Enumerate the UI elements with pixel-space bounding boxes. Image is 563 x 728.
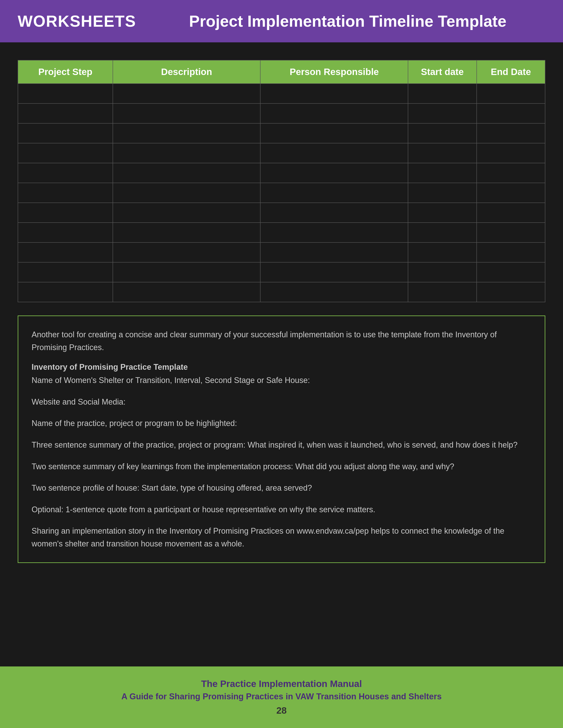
cell-desc[interactable] xyxy=(113,84,260,103)
info-field-4: Two sentence summary of key learnings fr… xyxy=(32,460,531,473)
cell-step[interactable] xyxy=(18,123,113,143)
cell-person[interactable] xyxy=(260,163,408,183)
cell-desc[interactable] xyxy=(113,223,260,242)
cell-end[interactable] xyxy=(477,123,545,143)
cell-start[interactable] xyxy=(408,262,477,282)
cell-person[interactable] xyxy=(260,143,408,163)
footer: The Practice Implementation Manual A Gui… xyxy=(0,666,563,728)
table-row[interactable] xyxy=(18,262,545,282)
table-row[interactable] xyxy=(18,183,545,203)
cell-desc[interactable] xyxy=(113,103,260,123)
page: WORKSHEETS Project Implementation Timeli… xyxy=(0,0,563,728)
cell-step[interactable] xyxy=(18,242,113,262)
cell-start[interactable] xyxy=(408,143,477,163)
cell-person[interactable] xyxy=(260,84,408,103)
info-field-2: Name of the practice, project or program… xyxy=(32,417,531,430)
cell-person[interactable] xyxy=(260,282,408,302)
cell-person[interactable] xyxy=(260,203,408,223)
cell-person[interactable] xyxy=(260,223,408,242)
cell-desc[interactable] xyxy=(113,163,260,183)
cell-start[interactable] xyxy=(408,123,477,143)
cell-person[interactable] xyxy=(260,103,408,123)
main-content: Project Step Description Person Responsi… xyxy=(0,42,563,666)
cell-start[interactable] xyxy=(408,282,477,302)
table-row[interactable] xyxy=(18,203,545,223)
cell-step[interactable] xyxy=(18,223,113,242)
table-row[interactable] xyxy=(18,143,545,163)
cell-desc[interactable] xyxy=(113,262,260,282)
cell-desc[interactable] xyxy=(113,143,260,163)
cell-person[interactable] xyxy=(260,183,408,203)
cell-desc[interactable] xyxy=(113,123,260,143)
cell-end[interactable] xyxy=(477,163,545,183)
cell-desc[interactable] xyxy=(113,203,260,223)
cell-end[interactable] xyxy=(477,143,545,163)
info-field-1: Website and Social Media: xyxy=(32,396,531,408)
cell-end[interactable] xyxy=(477,242,545,262)
cell-end[interactable] xyxy=(477,223,545,242)
cell-end[interactable] xyxy=(477,103,545,123)
table-header-row: Project Step Description Person Responsi… xyxy=(18,60,545,84)
info-field-6: Optional: 1-sentence quote from a partic… xyxy=(32,503,531,516)
cell-step[interactable] xyxy=(18,143,113,163)
table-row[interactable] xyxy=(18,84,545,103)
cell-end[interactable] xyxy=(477,183,545,203)
table-row[interactable] xyxy=(18,103,545,123)
cell-person[interactable] xyxy=(260,262,408,282)
table-row[interactable] xyxy=(18,123,545,143)
cell-end[interactable] xyxy=(477,84,545,103)
cell-end[interactable] xyxy=(477,282,545,302)
info-field-3: Three sentence summary of the practice, … xyxy=(32,439,531,451)
cell-start[interactable] xyxy=(408,183,477,203)
cell-step[interactable] xyxy=(18,84,113,103)
section-label: WORKSHEETS xyxy=(18,12,150,30)
cell-end[interactable] xyxy=(477,203,545,223)
table-row[interactable] xyxy=(18,163,545,183)
cell-desc[interactable] xyxy=(113,282,260,302)
cell-desc[interactable] xyxy=(113,183,260,203)
cell-person[interactable] xyxy=(260,123,408,143)
cell-start[interactable] xyxy=(408,163,477,183)
table-row[interactable] xyxy=(18,242,545,262)
info-box: Another tool for creating a concise and … xyxy=(18,315,545,563)
col-header-step: Project Step xyxy=(18,60,113,84)
timeline-table: Project Step Description Person Responsi… xyxy=(18,60,545,302)
info-field-0: Name of Women's Shelter or Transition, I… xyxy=(32,374,531,387)
cell-start[interactable] xyxy=(408,242,477,262)
col-header-person: Person Responsible xyxy=(260,60,408,84)
footer-page-number: 28 xyxy=(18,705,545,716)
col-header-end: End Date xyxy=(477,60,545,84)
cell-desc[interactable] xyxy=(113,242,260,262)
cell-step[interactable] xyxy=(18,163,113,183)
cell-start[interactable] xyxy=(408,203,477,223)
cell-start[interactable] xyxy=(408,84,477,103)
cell-person[interactable] xyxy=(260,242,408,262)
info-field-5: Two sentence profile of house: Start dat… xyxy=(32,482,531,494)
cell-step[interactable] xyxy=(18,282,113,302)
info-intro: Another tool for creating a concise and … xyxy=(32,328,531,354)
info-template-title: Inventory of Promising Practice Template xyxy=(32,362,531,372)
footer-subtitle: A Guide for Sharing Promising Practices … xyxy=(18,692,545,701)
cell-start[interactable] xyxy=(408,223,477,242)
cell-step[interactable] xyxy=(18,203,113,223)
col-header-start: Start date xyxy=(408,60,477,84)
cell-start[interactable] xyxy=(408,103,477,123)
cell-step[interactable] xyxy=(18,262,113,282)
footer-title: The Practice Implementation Manual xyxy=(18,679,545,689)
cell-step[interactable] xyxy=(18,183,113,203)
cell-end[interactable] xyxy=(477,262,545,282)
header: WORKSHEETS Project Implementation Timeli… xyxy=(0,0,563,42)
table-row[interactable] xyxy=(18,282,545,302)
col-header-desc: Description xyxy=(113,60,260,84)
info-field-7: Sharing an implementation story in the I… xyxy=(32,525,531,550)
table-row[interactable] xyxy=(18,223,545,242)
page-title: Project Implementation Timeline Template xyxy=(150,12,545,30)
cell-step[interactable] xyxy=(18,103,113,123)
